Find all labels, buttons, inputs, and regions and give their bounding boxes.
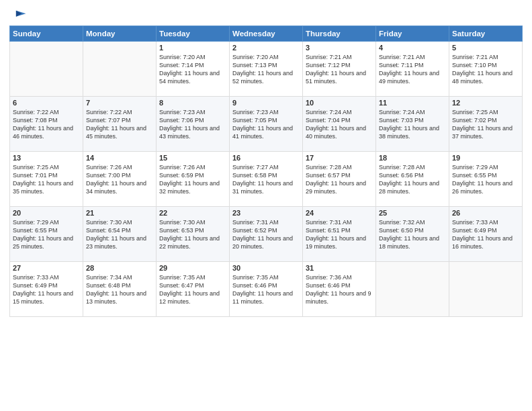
cell-details: Sunrise: 7:20 AM Sunset: 7:14 PM Dayligh… [159, 53, 226, 86]
weekday-header-friday: Friday [376, 26, 449, 42]
calendar-cell: 16Sunrise: 7:27 AM Sunset: 6:58 PM Dayli… [230, 152, 303, 207]
cell-details: Sunrise: 7:22 AM Sunset: 7:08 PM Dayligh… [13, 108, 80, 141]
day-number: 6 [13, 99, 80, 107]
day-number: 28 [86, 264, 153, 272]
calendar-cell: 2Sunrise: 7:20 AM Sunset: 7:13 PM Daylig… [230, 42, 303, 97]
calendar-cell: 31Sunrise: 7:36 AM Sunset: 6:46 PM Dayli… [303, 262, 376, 317]
day-number: 4 [379, 44, 446, 52]
calendar-cell: 21Sunrise: 7:30 AM Sunset: 6:54 PM Dayli… [83, 207, 157, 262]
day-number: 29 [159, 264, 226, 272]
day-number: 1 [159, 44, 226, 52]
cell-details: Sunrise: 7:21 AM Sunset: 7:11 PM Dayligh… [379, 53, 446, 86]
day-number: 11 [379, 99, 446, 107]
weekday-header-thursday: Thursday [303, 26, 376, 42]
weekday-header-saturday: Saturday [449, 26, 523, 42]
day-number: 8 [159, 99, 226, 107]
cell-details: Sunrise: 7:22 AM Sunset: 7:07 PM Dayligh… [86, 108, 153, 141]
calendar-cell: 25Sunrise: 7:32 AM Sunset: 6:50 PM Dayli… [376, 207, 449, 262]
cell-details: Sunrise: 7:33 AM Sunset: 6:49 PM Dayligh… [13, 273, 80, 306]
calendar-cell: 1Sunrise: 7:20 AM Sunset: 7:14 PM Daylig… [157, 42, 230, 97]
calendar-cell: 20Sunrise: 7:29 AM Sunset: 6:55 PM Dayli… [10, 207, 83, 262]
calendar: SundayMondayTuesdayWednesdayThursdayFrid… [9, 26, 523, 317]
calendar-cell: 10Sunrise: 7:24 AM Sunset: 7:04 PM Dayli… [303, 97, 376, 152]
calendar-cell: 14Sunrise: 7:26 AM Sunset: 7:00 PM Dayli… [83, 152, 157, 207]
cell-details: Sunrise: 7:24 AM Sunset: 7:04 PM Dayligh… [306, 108, 373, 141]
cell-details: Sunrise: 7:25 AM Sunset: 7:01 PM Dayligh… [13, 163, 80, 196]
day-number: 17 [306, 154, 373, 162]
day-number: 13 [13, 154, 80, 162]
day-number: 19 [452, 154, 519, 162]
calendar-cell [10, 42, 83, 97]
calendar-cell: 26Sunrise: 7:33 AM Sunset: 6:49 PM Dayli… [449, 207, 523, 262]
day-number: 7 [86, 99, 153, 107]
page: SundayMondayTuesdayWednesdayThursdayFrid… [0, 0, 532, 411]
weekday-header-sunday: Sunday [10, 26, 83, 42]
cell-details: Sunrise: 7:25 AM Sunset: 7:02 PM Dayligh… [452, 108, 519, 141]
weekday-header-row: SundayMondayTuesdayWednesdayThursdayFrid… [10, 26, 523, 42]
day-number: 21 [86, 209, 153, 217]
cell-details: Sunrise: 7:21 AM Sunset: 7:10 PM Dayligh… [452, 53, 519, 86]
calendar-week-row: 1Sunrise: 7:20 AM Sunset: 7:14 PM Daylig… [10, 42, 523, 97]
calendar-cell: 6Sunrise: 7:22 AM Sunset: 7:08 PM Daylig… [10, 97, 83, 152]
day-number: 18 [379, 154, 446, 162]
weekday-header-wednesday: Wednesday [230, 26, 303, 42]
calendar-week-row: 13Sunrise: 7:25 AM Sunset: 7:01 PM Dayli… [10, 152, 523, 207]
calendar-cell: 15Sunrise: 7:26 AM Sunset: 6:59 PM Dayli… [157, 152, 230, 207]
calendar-cell: 29Sunrise: 7:35 AM Sunset: 6:47 PM Dayli… [157, 262, 230, 317]
weekday-header-tuesday: Tuesday [157, 26, 230, 42]
cell-details: Sunrise: 7:26 AM Sunset: 7:00 PM Dayligh… [86, 163, 153, 196]
calendar-week-row: 27Sunrise: 7:33 AM Sunset: 6:49 PM Dayli… [10, 262, 523, 317]
calendar-cell [376, 262, 449, 317]
cell-details: Sunrise: 7:20 AM Sunset: 7:13 PM Dayligh… [232, 53, 300, 86]
cell-details: Sunrise: 7:29 AM Sunset: 6:55 PM Dayligh… [13, 218, 80, 251]
calendar-cell: 22Sunrise: 7:30 AM Sunset: 6:53 PM Dayli… [157, 207, 230, 262]
calendar-cell: 28Sunrise: 7:34 AM Sunset: 6:48 PM Dayli… [83, 262, 157, 317]
day-number: 23 [232, 209, 300, 217]
calendar-cell: 19Sunrise: 7:29 AM Sunset: 6:55 PM Dayli… [449, 152, 523, 207]
cell-details: Sunrise: 7:23 AM Sunset: 7:06 PM Dayligh… [159, 108, 226, 141]
calendar-cell: 24Sunrise: 7:31 AM Sunset: 6:51 PM Dayli… [303, 207, 376, 262]
calendar-cell: 8Sunrise: 7:23 AM Sunset: 7:06 PM Daylig… [157, 97, 230, 152]
calendar-cell: 23Sunrise: 7:31 AM Sunset: 6:52 PM Dayli… [230, 207, 303, 262]
cell-details: Sunrise: 7:33 AM Sunset: 6:49 PM Dayligh… [452, 218, 519, 251]
cell-details: Sunrise: 7:35 AM Sunset: 6:46 PM Dayligh… [232, 273, 300, 306]
logo-icon [12, 7, 27, 21]
calendar-cell: 11Sunrise: 7:24 AM Sunset: 7:03 PM Dayli… [376, 97, 449, 152]
calendar-cell: 7Sunrise: 7:22 AM Sunset: 7:07 PM Daylig… [83, 97, 157, 152]
cell-details: Sunrise: 7:35 AM Sunset: 6:47 PM Dayligh… [159, 273, 226, 306]
cell-details: Sunrise: 7:29 AM Sunset: 6:55 PM Dayligh… [452, 163, 519, 196]
day-number: 24 [306, 209, 373, 217]
day-number: 10 [306, 99, 373, 107]
day-number: 16 [232, 154, 300, 162]
day-number: 20 [13, 209, 80, 217]
calendar-week-row: 6Sunrise: 7:22 AM Sunset: 7:08 PM Daylig… [10, 97, 523, 152]
day-number: 14 [86, 154, 153, 162]
day-number: 9 [232, 99, 300, 107]
day-number: 2 [232, 44, 300, 52]
calendar-cell: 9Sunrise: 7:23 AM Sunset: 7:05 PM Daylig… [230, 97, 303, 152]
cell-details: Sunrise: 7:31 AM Sunset: 6:51 PM Dayligh… [306, 218, 373, 251]
calendar-week-row: 20Sunrise: 7:29 AM Sunset: 6:55 PM Dayli… [10, 207, 523, 262]
calendar-cell: 5Sunrise: 7:21 AM Sunset: 7:10 PM Daylig… [449, 42, 523, 97]
cell-details: Sunrise: 7:28 AM Sunset: 6:56 PM Dayligh… [379, 163, 446, 196]
calendar-cell: 18Sunrise: 7:28 AM Sunset: 6:56 PM Dayli… [376, 152, 449, 207]
calendar-cell: 17Sunrise: 7:28 AM Sunset: 6:57 PM Dayli… [303, 152, 376, 207]
calendar-cell: 27Sunrise: 7:33 AM Sunset: 6:49 PM Dayli… [10, 262, 83, 317]
cell-details: Sunrise: 7:28 AM Sunset: 6:57 PM Dayligh… [306, 163, 373, 196]
header [9, 7, 523, 21]
logo [9, 7, 27, 21]
calendar-cell: 4Sunrise: 7:21 AM Sunset: 7:11 PM Daylig… [376, 42, 449, 97]
cell-details: Sunrise: 7:21 AM Sunset: 7:12 PM Dayligh… [306, 53, 373, 86]
day-number: 12 [452, 99, 519, 107]
calendar-cell: 12Sunrise: 7:25 AM Sunset: 7:02 PM Dayli… [449, 97, 523, 152]
cell-details: Sunrise: 7:30 AM Sunset: 6:54 PM Dayligh… [86, 218, 153, 251]
weekday-header-monday: Monday [83, 26, 157, 42]
cell-details: Sunrise: 7:31 AM Sunset: 6:52 PM Dayligh… [232, 218, 300, 251]
day-number: 15 [159, 154, 226, 162]
cell-details: Sunrise: 7:26 AM Sunset: 6:59 PM Dayligh… [159, 163, 226, 196]
day-number: 26 [452, 209, 519, 217]
day-number: 27 [13, 264, 80, 272]
day-number: 31 [306, 264, 373, 272]
day-number: 5 [452, 44, 519, 52]
calendar-cell: 3Sunrise: 7:21 AM Sunset: 7:12 PM Daylig… [303, 42, 376, 97]
